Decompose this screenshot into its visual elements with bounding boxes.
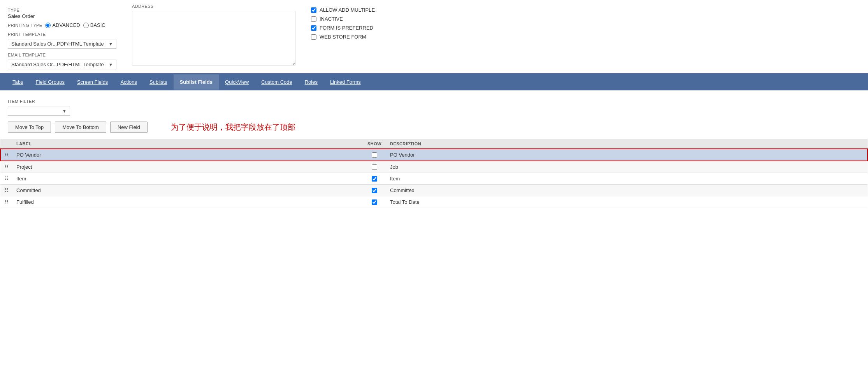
address-field-wrapper[interactable]	[132, 9, 295, 67]
description-header: DESCRIPTION	[386, 139, 868, 149]
row-description: Committed	[386, 185, 868, 196]
row-show-cell	[363, 173, 386, 185]
new-field-button[interactable]: New Field	[110, 122, 148, 133]
nav-quickview[interactable]: QuickView	[219, 74, 255, 90]
nav-tabs[interactable]: Tabs	[6, 74, 29, 90]
filter-section: ITEM FILTER ▼	[0, 90, 868, 119]
table-row: ⠿ Fulfilled Total To Date	[0, 196, 868, 208]
drag-handle[interactable]: ⠿	[0, 173, 12, 185]
address-textarea[interactable]	[132, 11, 295, 65]
row-show-checkbox[interactable]	[372, 199, 377, 205]
inactive-row: INACTIVE	[311, 16, 420, 22]
label-header: LABEL	[12, 139, 363, 149]
nav-sublist-fields[interactable]: Sublist Fields	[174, 74, 219, 90]
row-description: Item	[386, 173, 868, 185]
printing-type-basic[interactable]: BASIC	[83, 22, 105, 28]
table-header-row: LABEL SHOW DESCRIPTION	[0, 139, 868, 149]
web-store-form-checkbox[interactable]	[311, 34, 316, 40]
print-template-select-wrapper[interactable]: Standard Sales Or...PDF/HTML Template ▼	[8, 39, 116, 49]
sublist-fields-table: LABEL SHOW DESCRIPTION ⠿ PO Vendor PO Ve…	[0, 139, 868, 208]
drag-header	[0, 139, 12, 149]
nav-field-groups[interactable]: Field Groups	[29, 74, 70, 90]
web-store-form-label: WEB STORE FORM	[320, 34, 366, 40]
nav-linked-forms[interactable]: Linked Forms	[324, 74, 367, 90]
nav-screen-fields[interactable]: Screen Fields	[71, 74, 114, 90]
row-label: Item	[12, 173, 363, 185]
printing-type-label: PRINTING TYPE	[8, 23, 42, 28]
row-show-checkbox[interactable]	[372, 188, 377, 193]
web-store-form-row: WEB STORE FORM	[311, 34, 420, 40]
email-template-select[interactable]: Standard Sales Or...PDF/HTML Template	[8, 60, 116, 69]
type-label: TYPE	[8, 8, 116, 12]
inactive-checkbox[interactable]	[311, 16, 316, 22]
row-show-cell	[363, 185, 386, 196]
form-is-preferred-checkbox[interactable]	[311, 25, 316, 31]
print-template-select[interactable]: Standard Sales Or...PDF/HTML Template	[8, 39, 116, 48]
print-template-label: PRINT TEMPLATE	[8, 32, 116, 37]
table-row: ⠿ Committed Committed	[0, 185, 868, 196]
address-label: ADDRESS	[132, 4, 295, 9]
form-is-preferred-row: FORM IS PREFERRED	[311, 25, 420, 31]
nav-bar: Tabs Field Groups Screen Fields Actions …	[0, 73, 868, 90]
row-show-checkbox[interactable]	[372, 164, 377, 170]
drag-handle[interactable]: ⠿	[0, 196, 12, 208]
row-label: Committed	[12, 185, 363, 196]
annotation-text: 为了便于说明，我把字段放在了顶部	[163, 119, 303, 136]
nav-custom-code[interactable]: Custom Code	[255, 74, 298, 90]
printing-type-advanced[interactable]: ADVANCED	[45, 22, 80, 28]
row-description: Total To Date	[386, 196, 868, 208]
drag-handle[interactable]: ⠿	[0, 149, 12, 161]
form-is-preferred-label: FORM IS PREFERRED	[320, 25, 373, 31]
allow-add-multiple-label: ALLOW ADD MULTIPLE	[320, 7, 375, 13]
move-to-bottom-button[interactable]: Move To Bottom	[55, 122, 106, 133]
row-show-cell	[363, 196, 386, 208]
row-label: PO Vendor	[12, 149, 363, 161]
table-row: ⠿ Project Job	[0, 161, 868, 173]
move-to-top-button[interactable]: Move To Top	[8, 122, 51, 133]
drag-handle[interactable]: ⠿	[0, 185, 12, 196]
nav-sublists[interactable]: Sublists	[143, 74, 174, 90]
show-header: SHOW	[363, 139, 386, 149]
row-description: PO Vendor	[386, 149, 868, 161]
email-template-select-wrapper[interactable]: Standard Sales Or...PDF/HTML Template ▼	[8, 60, 116, 69]
basic-label: BASIC	[90, 22, 105, 28]
row-show-cell	[363, 161, 386, 173]
nav-roles[interactable]: Roles	[299, 74, 324, 90]
inactive-label: INACTIVE	[320, 16, 343, 22]
item-filter-select[interactable]	[8, 106, 70, 115]
row-show-checkbox[interactable]	[372, 152, 377, 158]
email-template-label: EMAIL TEMPLATE	[8, 53, 116, 57]
row-description: Job	[386, 161, 868, 173]
type-value: Sales Order	[8, 13, 116, 19]
advanced-label: ADVANCED	[52, 22, 80, 28]
allow-add-multiple-checkbox[interactable]	[311, 7, 316, 13]
drag-handle[interactable]: ⠿	[0, 161, 12, 173]
row-show-cell	[363, 149, 386, 161]
table-row: ⠿ Item Item	[0, 173, 868, 185]
row-label: Project	[12, 161, 363, 173]
row-label: Fulfilled	[12, 196, 363, 208]
item-filter-label: ITEM FILTER	[8, 99, 860, 104]
table-row: ⠿ PO Vendor PO Vendor	[0, 149, 868, 161]
row-show-checkbox[interactable]	[372, 176, 377, 182]
allow-add-multiple-row: ALLOW ADD MULTIPLE	[311, 7, 420, 13]
item-filter-wrapper[interactable]: ▼	[8, 106, 70, 116]
nav-actions[interactable]: Actions	[114, 74, 143, 90]
